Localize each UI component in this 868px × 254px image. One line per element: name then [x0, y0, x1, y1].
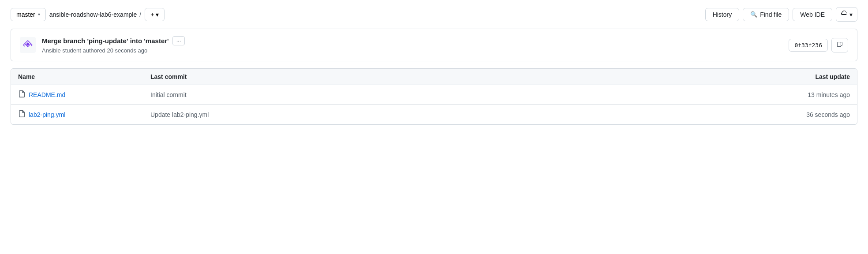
last-commit-text: Initial commit — [150, 91, 762, 98]
history-button[interactable]: History — [705, 8, 740, 21]
copy-icon — [836, 42, 843, 49]
plus-icon: + — [150, 11, 154, 18]
commit-more-icon: ··· — [176, 37, 181, 44]
branch-name: master — [16, 11, 35, 18]
file-name-cell: lab2-ping.yml — [18, 110, 150, 119]
last-commit-text: Update lab2-ping.yml — [150, 111, 762, 118]
commit-time: 20 seconds ago — [107, 47, 147, 54]
col-name-header: Name — [18, 73, 150, 80]
file-table-header: Name Last commit Last update — [11, 69, 857, 85]
breadcrumb-path: ansible-roadshow-lab6-example / — [49, 11, 141, 18]
commit-message: Merge branch 'ping-update' into 'master' — [42, 37, 169, 45]
last-update-text: 36 seconds ago — [762, 111, 850, 118]
history-label: History — [713, 11, 732, 18]
col-update-header: Last update — [762, 73, 850, 80]
web-ide-button[interactable]: Web IDE — [793, 8, 832, 21]
col-commit-header: Last commit — [150, 73, 762, 80]
file-name-link[interactable]: README.md — [29, 91, 65, 98]
commit-info-box: Merge branch 'ping-update' into 'master'… — [11, 29, 857, 61]
upload-button[interactable]: ▾ — [836, 7, 857, 22]
file-name-link[interactable]: lab2-ping.yml — [29, 111, 65, 118]
path-segment: ansible-roadshow-lab6-example — [49, 11, 137, 18]
commit-hash-area: 0f33f236 — [789, 38, 848, 52]
commit-meta: Ansible student authored 20 seconds ago — [42, 47, 782, 54]
path-separator: / — [139, 11, 141, 18]
branch-chevron-icon: ▾ — [38, 12, 40, 17]
file-icon — [18, 90, 25, 99]
search-icon: 🔍 — [750, 11, 757, 18]
toolbar-right-actions: History 🔍 Find file Web IDE ▾ — [705, 7, 857, 22]
web-ide-label: Web IDE — [800, 11, 825, 18]
upload-icon — [841, 10, 848, 19]
commit-title-row: Merge branch 'ping-update' into 'master'… — [42, 36, 782, 45]
find-file-label: Find file — [760, 11, 782, 18]
file-icon — [18, 110, 25, 119]
repository-toolbar: master ▾ ansible-roadshow-lab6-example /… — [11, 7, 857, 22]
commit-action: authored — [83, 47, 107, 54]
add-file-button[interactable]: + ▾ — [145, 8, 165, 21]
avatar — [20, 37, 36, 53]
last-update-text: 13 minutes ago — [762, 91, 850, 98]
branch-selector[interactable]: master ▾ — [11, 8, 46, 21]
upload-more-chevron-icon: ▾ — [849, 11, 853, 18]
table-row: lab2-ping.yml Update lab2-ping.yml 36 se… — [11, 105, 857, 124]
commit-hash: 0f33f236 — [789, 39, 828, 52]
commit-author: Ansible student — [42, 47, 81, 54]
commit-details: Merge branch 'ping-update' into 'master'… — [42, 36, 782, 54]
add-chevron-icon: ▾ — [156, 11, 159, 18]
file-table: Name Last commit Last update README.md I… — [11, 68, 857, 125]
copy-hash-button[interactable] — [831, 38, 848, 52]
file-name-cell: README.md — [18, 90, 150, 99]
find-file-button[interactable]: 🔍 Find file — [743, 8, 789, 21]
table-row: README.md Initial commit 13 minutes ago — [11, 85, 857, 105]
commit-more-button[interactable]: ··· — [172, 36, 185, 45]
